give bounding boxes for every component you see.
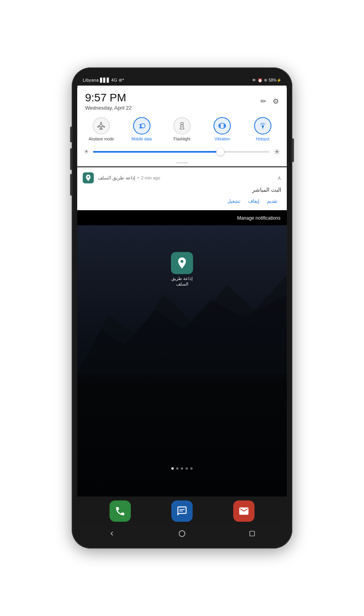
svg-rect-15 — [179, 511, 183, 511]
brightness-slider[interactable] — [93, 151, 269, 153]
qs-time: 9:57 PM — [85, 92, 132, 104]
notification-panel: إذاعة طريق السلف • 2 min ago ∧ البث المب… — [77, 167, 287, 210]
brightness-thumb[interactable] — [216, 148, 224, 156]
hotspot-label: Hotspot — [256, 137, 269, 142]
hotspot-icon — [254, 117, 271, 134]
brightness-track — [93, 151, 269, 153]
recents-button[interactable] — [249, 530, 256, 537]
battery-percent: 58 — [269, 78, 273, 82]
flashlight-icon — [173, 117, 191, 134]
edit-icon[interactable]: ✏ — [260, 97, 266, 106]
qs-header-icons: ✏ ⚙ — [260, 97, 279, 106]
manage-notifications-bar[interactable]: Manage notifications — [77, 210, 287, 225]
wifi-icon: ⊚⁴ — [119, 78, 124, 82]
home-button[interactable] — [178, 530, 186, 538]
mobile-data-toggle[interactable]: 1 Mobile data — [128, 117, 156, 142]
eye-icon: 👁 — [252, 78, 256, 82]
page-dot-5 — [190, 467, 193, 470]
page-dot-4 — [186, 467, 188, 470]
battery-icon: 58%⚡ — [269, 78, 281, 82]
alarm-icon: ⏰ — [258, 78, 262, 82]
notif-time: 2 min ago — [141, 175, 160, 180]
notif-expand-icon[interactable]: ∧ — [277, 175, 281, 181]
brightness-high-icon[interactable]: ☀ — [273, 147, 280, 157]
wallpaper-app-icon — [171, 252, 193, 274]
app-label-line2: السلف — [176, 282, 188, 286]
svg-rect-17 — [250, 531, 254, 536]
mobile-data-icon: 1 — [133, 117, 150, 134]
camera-button[interactable] — [70, 174, 72, 196]
page-dot-1 — [171, 467, 174, 470]
notif-separator: • — [137, 175, 139, 180]
airplane-mode-label: Airplane mode — [89, 137, 114, 142]
wallpaper-app-icon-container[interactable]: إذاعة طريق السلف — [171, 252, 193, 287]
quick-settings-panel: 9:57 PM Wednesday, April 22 ✏ ⚙ — [77, 86, 287, 166]
brightness-low-icon[interactable]: ☀ — [84, 148, 89, 155]
volume-up-button[interactable] — [70, 127, 72, 142]
notif-actions: تقديم إيقاف تشغيل — [77, 194, 287, 210]
dock-phone-app[interactable] — [110, 500, 131, 522]
signal-strength-icon: ▋▋▋ — [100, 78, 110, 82]
wallpaper-app-label1: إذاعة طريق السلف — [171, 276, 193, 287]
qs-datetime: 9:57 PM Wednesday, April 22 — [85, 92, 132, 111]
airplane-mode-toggle[interactable]: Airplane mode — [87, 117, 115, 142]
notif-app-name: إذاعة طريق السلف — [98, 175, 135, 181]
power-button[interactable] — [292, 138, 294, 162]
airplane-mode-icon — [93, 117, 110, 134]
page-dot-3 — [181, 467, 183, 470]
brightness-row: ☀ ☀ — [77, 146, 287, 162]
flashlight-toggle[interactable]: Flashlight — [168, 117, 196, 142]
page-dots — [171, 467, 193, 470]
notif-action-play[interactable]: تشغيل — [223, 197, 244, 205]
svg-rect-14 — [179, 509, 185, 510]
vibration-toggle[interactable]: Vibration — [208, 117, 236, 142]
settings-icon[interactable]: ⚙ — [273, 97, 279, 106]
phone-screen: Libyana ▋▋▋ 4G ⊚⁴ 👁 ⏰ ✲ 58%⚡ — [77, 75, 287, 541]
status-right-icons: 👁 ⏰ ✲ 58%⚡ — [252, 78, 281, 82]
app-label-line1: إذاعة طريق — [171, 276, 193, 281]
carrier-name: Libyana — [83, 78, 99, 82]
svg-rect-4 — [221, 123, 224, 128]
back-button[interactable] — [108, 530, 115, 537]
notif-action-submit[interactable]: تقديم — [263, 197, 281, 205]
vibration-icon — [214, 117, 231, 134]
carrier-info: Libyana ▋▋▋ 4G ⊚⁴ — [83, 78, 124, 83]
brightness-fill — [93, 151, 220, 153]
manage-notifications-text: Manage notifications — [237, 215, 280, 221]
wallpaper-area: إذاعة طريق السلف — [77, 225, 287, 497]
notif-header: إذاعة طريق السلف • 2 min ago ∧ — [77, 168, 287, 185]
phone-outer: Libyana ▋▋▋ 4G ⊚⁴ 👁 ⏰ ✲ 58%⚡ — [0, 0, 364, 616]
vibration-label: Vibration — [215, 137, 230, 142]
dock-messages-app[interactable] — [171, 500, 193, 522]
network-type: 4G — [111, 78, 117, 82]
navigation-bar — [77, 526, 287, 541]
notif-app-icon — [83, 172, 94, 183]
svg-rect-2 — [181, 122, 184, 124]
qs-header: 9:57 PM Wednesday, April 22 ✏ ⚙ — [77, 86, 287, 115]
volume-down-button[interactable] — [70, 148, 72, 170]
status-bar: Libyana ▋▋▋ 4G ⊚⁴ 👁 ⏰ ✲ 58%⚡ — [77, 75, 287, 86]
panel-handle — [176, 162, 188, 163]
hotspot-toggle[interactable]: Hotspot — [249, 117, 277, 142]
dock-gmail-app[interactable] — [233, 500, 254, 522]
notif-meta: إذاعة طريق السلف • 2 min ago — [98, 175, 273, 181]
notif-action-stop[interactable]: إيقاف — [244, 197, 263, 205]
qs-date: Wednesday, April 22 — [85, 105, 132, 111]
app-dock — [77, 497, 287, 526]
svg-point-16 — [179, 531, 185, 537]
qs-toggles: Airplane mode 1 Mobile data — [77, 115, 287, 146]
bluetooth-icon: ✲ — [264, 78, 267, 82]
flashlight-label: Flashlight — [174, 137, 191, 142]
notif-title: البث المباشر — [77, 185, 287, 194]
phone-frame: Libyana ▋▋▋ 4G ⊚⁴ 👁 ⏰ ✲ 58%⚡ — [72, 67, 292, 549]
page-dot-2 — [176, 467, 178, 470]
mobile-data-label: Mobile data — [132, 137, 152, 142]
